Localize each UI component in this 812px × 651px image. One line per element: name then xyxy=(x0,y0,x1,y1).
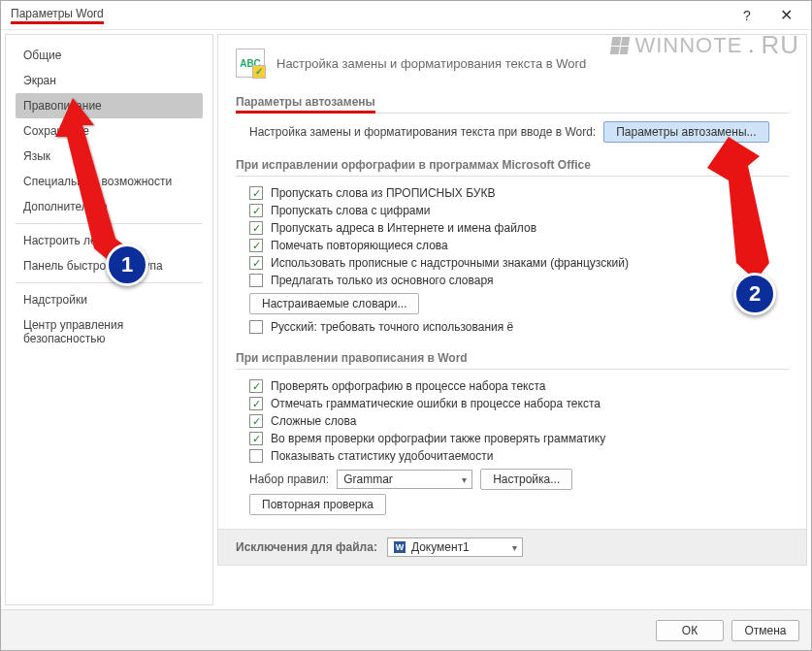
dialog-footer: ОК Отмена xyxy=(1,609,811,650)
autocorrect-options-button[interactable]: Параметры автозамены... xyxy=(603,121,768,143)
checkbox-icon: ✓ xyxy=(249,256,263,270)
custom-dictionaries-button[interactable]: Настраиваемые словари... xyxy=(249,293,419,314)
content-pane: ABC Настройка замены и форматирования те… xyxy=(213,30,811,609)
autocorrect-row-label: Настройка замены и форматирования текста… xyxy=(249,125,596,139)
checkbox-icon: ✓ xyxy=(249,432,263,445)
check-russian-yo[interactable]: Русский: требовать точного использования… xyxy=(236,318,789,336)
check-french-accents[interactable]: ✓ Использовать прописные с надстрочными … xyxy=(236,254,789,272)
sidebar: Общие Экран Правописание Сохранение Язык… xyxy=(5,34,213,605)
check-ignore-urls[interactable]: ✓ Пропускать адреса в Интернете и имена … xyxy=(236,219,789,237)
titlebar: Параметры Word ? ✕ xyxy=(1,1,811,30)
checkbox-icon: ✓ xyxy=(249,221,263,235)
exceptions-label: Исключения для файла: xyxy=(236,540,377,554)
check-main-dict-only[interactable]: Предлагать только из основного словаря xyxy=(236,272,789,289)
page-heading-text: Настройка замены и форматирования текста… xyxy=(276,56,586,71)
exceptions-strip: Исключения для файла: Документ1 xyxy=(218,529,806,565)
checkbox-icon xyxy=(249,274,263,287)
proofing-icon: ABC xyxy=(236,49,265,78)
check-complex-words[interactable]: ✓ Сложные слова xyxy=(236,412,789,430)
checkbox-icon: ✓ xyxy=(249,414,263,428)
check-readability-stats[interactable]: Показывать статистику удобочитаемости xyxy=(236,447,789,465)
ruleset-select[interactable]: Grammar xyxy=(337,470,472,489)
checkbox-icon: ✓ xyxy=(249,204,263,217)
sidebar-separator xyxy=(16,223,203,224)
window-title: Параметры Word xyxy=(11,7,104,24)
checkbox-icon xyxy=(249,320,263,334)
sidebar-item-accessibility[interactable]: Специальные возможности xyxy=(16,169,203,194)
check-grammar-with-spell[interactable]: ✓ Во время проверки орфографии также про… xyxy=(236,430,789,447)
checkbox-icon xyxy=(249,449,263,463)
page-heading: ABC Настройка замены и форматирования те… xyxy=(236,49,789,78)
checkbox-icon: ✓ xyxy=(249,379,263,393)
sidebar-item-general[interactable]: Общие xyxy=(16,43,203,68)
sidebar-separator xyxy=(16,282,203,283)
section-autocorrect-title: Параметры автозамены xyxy=(236,91,789,114)
cancel-button[interactable]: Отмена xyxy=(731,620,799,641)
ruleset-settings-button[interactable]: Настройка... xyxy=(480,469,572,490)
check-ignore-uppercase[interactable]: ✓ Пропускать слова из ПРОПИСНЫХ БУКВ xyxy=(236,184,789,202)
exceptions-file-select[interactable]: Документ1 xyxy=(387,537,523,557)
close-button[interactable]: ✕ xyxy=(766,2,805,29)
ruleset-row: Набор правил: Grammar Настройка... xyxy=(236,469,789,490)
sidebar-item-qat[interactable]: Панель быстрого доступа xyxy=(16,253,203,278)
check-ignore-numbers[interactable]: ✓ Пропускать слова с цифрами xyxy=(236,202,789,219)
sidebar-item-proofing[interactable]: Правописание xyxy=(16,93,203,118)
sidebar-item-addins[interactable]: Надстройки xyxy=(16,287,203,312)
sidebar-item-trust-center[interactable]: Центр управления безопасностью xyxy=(16,312,203,351)
checkbox-icon: ✓ xyxy=(249,186,263,200)
section-spell-word-title: При исправлении правописания в Word xyxy=(236,347,789,370)
check-grammar-as-type[interactable]: ✓ Отмечать грамматические ошибки в проце… xyxy=(236,395,789,412)
checkbox-icon: ✓ xyxy=(249,239,263,252)
checkbox-icon: ✓ xyxy=(249,397,263,410)
autocorrect-row: Настройка замены и форматирования текста… xyxy=(236,121,789,143)
section-spell-office-title: При исправлении орфографии в программах … xyxy=(236,154,789,177)
sidebar-item-language[interactable]: Язык xyxy=(16,144,203,169)
check-flag-repeats[interactable]: ✓ Помечать повторяющиеся слова xyxy=(236,237,789,254)
check-spell-as-type[interactable]: ✓ Проверять орфографию в процессе набора… xyxy=(236,377,789,395)
recheck-button[interactable]: Повторная проверка xyxy=(249,494,386,515)
ruleset-label: Набор правил: xyxy=(249,472,329,486)
sidebar-item-save[interactable]: Сохранение xyxy=(16,118,203,144)
sidebar-item-advanced[interactable]: Дополнительно xyxy=(16,194,203,219)
sidebar-item-ribbon[interactable]: Настроить ленту xyxy=(16,228,203,253)
ok-button[interactable]: ОК xyxy=(656,620,724,641)
help-button[interactable]: ? xyxy=(728,2,766,29)
sidebar-item-display[interactable]: Экран xyxy=(16,68,203,93)
